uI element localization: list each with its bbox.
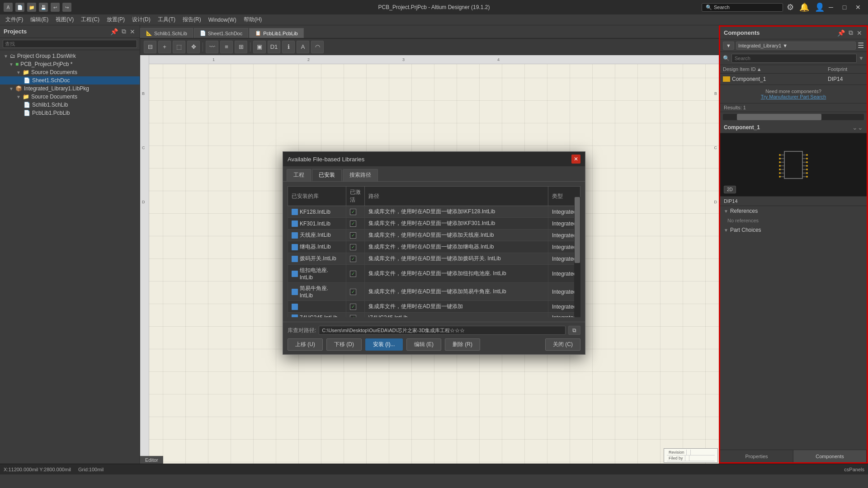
comp-h-scrollbar[interactable] [723, 114, 864, 120]
wire-tool[interactable]: 〰 [206, 41, 218, 53]
menu-file[interactable]: 文件(F) [2, 15, 27, 24]
bus-tool[interactable]: ≡ [220, 41, 233, 53]
status-panels[interactable]: csPanels [844, 467, 864, 472]
install-button[interactable]: 安装 (I)... [365, 338, 403, 351]
info-tool[interactable]: ℹ [282, 41, 295, 53]
comp-detail-expand-icon[interactable]: ⌄⌄ [852, 124, 863, 131]
comp-close-button[interactable]: ✕ [856, 29, 863, 37]
menu-project[interactable]: 工程(C) [77, 15, 103, 24]
notification-icon[interactable]: 🔔 [799, 2, 809, 12]
table-row[interactable]: KF301.IntLib ✓ 集成库文件，使用时在AD里面一键添加\KF301.… [288, 218, 580, 230]
minimize-button[interactable]: ─ [825, 3, 837, 12]
comp-float-button[interactable]: ⧉ [848, 29, 854, 37]
path-input[interactable] [319, 326, 566, 335]
filter-tool[interactable]: ⊟ [144, 41, 156, 53]
checkbox-icon[interactable]: ✓ [350, 271, 356, 277]
checkbox-icon[interactable]: ✓ [350, 244, 356, 250]
menu-report[interactable]: 报告(R) [179, 15, 205, 24]
panel-float-button[interactable]: ⧉ [121, 28, 127, 35]
references-section-header[interactable]: ▼ References [720, 206, 867, 216]
tree-item-pcblib1[interactable]: 📄 PcbLib1.PcbLib [0, 109, 140, 117]
table-row[interactable]: 74HC245.IntLib ✓ \74HC245.IntLib Integra… [288, 313, 580, 318]
pin-tool[interactable]: D1 [268, 41, 280, 53]
close-dialog-button[interactable]: 关闭 (C) [545, 338, 580, 351]
menu-tools[interactable]: 工具(T) [154, 15, 179, 24]
user-icon[interactable]: 👤 [815, 2, 825, 12]
tab-sheet1[interactable]: 📄 Sheet1.SchDoc [194, 28, 248, 38]
remove-button[interactable]: 删除 (R) [445, 338, 480, 351]
menu-edit[interactable]: 编辑(E) [27, 15, 52, 24]
comp-filter-button[interactable]: ▼ [723, 42, 734, 50]
checkbox-icon[interactable]: ✓ [350, 232, 356, 239]
menu-place[interactable]: 放置(P) [103, 15, 128, 24]
menu-view[interactable]: 视图(V) [52, 15, 77, 24]
arc-tool[interactable]: ◠ [311, 41, 324, 53]
new-icon[interactable]: 📄 [15, 3, 24, 12]
tab-schlib1[interactable]: 📐 Schlib1.SchLib [140, 28, 193, 38]
move-tool[interactable]: ✥ [187, 41, 200, 53]
checkbox-icon[interactable]: ✓ [350, 304, 356, 310]
comp-list-row[interactable]: Component_1 DIP14 [720, 75, 867, 84]
part-choices-section-header[interactable]: ▼ Part Choices [720, 225, 867, 235]
table-vscrollbar-thumb[interactable] [575, 197, 580, 263]
comp-menu-button[interactable]: ☰ [858, 41, 864, 50]
dialog-tab-search-path[interactable]: 搜索路径 [343, 169, 378, 181]
mfr-part-search-link[interactable]: Try Manufacturer Part Search [761, 94, 826, 99]
table-row[interactable]: 拨码开关.IntLib ✓ 集成库文件，使用时在AD里面一键添加拨码开关. In… [288, 253, 580, 265]
table-row[interactable]: 继电器.IntLib ✓ 集成库文件，使用时在AD里面一键添加继电器.IntLi… [288, 241, 580, 253]
comp-pin-button[interactable]: 📌 [836, 29, 846, 37]
editor-tab[interactable]: Editor [140, 456, 163, 464]
tab-components[interactable]: Components [793, 450, 867, 462]
col-header-footprint[interactable]: Footprint [828, 66, 864, 72]
add-tool[interactable]: + [158, 41, 171, 53]
comp-h-scrollbar-thumb[interactable] [737, 114, 821, 120]
checkbox-icon[interactable]: ✓ [350, 256, 356, 262]
project-search-input[interactable] [3, 40, 137, 48]
edit-button[interactable]: 编辑 (E) [406, 338, 441, 351]
tree-item-schlib1[interactable]: 📄 Schlib1.SchLib [0, 101, 140, 109]
tree-item-intlib[interactable]: ▼ 📦 Integrated_Library1.LibPkg [0, 84, 140, 93]
tree-item-source-docs-2[interactable]: ▼ 📁 Source Documents [0, 93, 140, 101]
dialog-close-button[interactable]: ✕ [571, 155, 580, 164]
table-row[interactable]: 天线座.IntLib ✓ 集成库文件，使用时在AD里面一键添加天线座.IntLi… [288, 230, 580, 241]
text-tool[interactable]: A [297, 41, 309, 53]
tree-item-source-docs-1[interactable]: ▼ 📁 Source Documents [0, 68, 140, 76]
dialog-tab-installed[interactable]: 已安装 [312, 169, 342, 181]
open-icon[interactable]: 📁 [27, 3, 36, 12]
redo-icon[interactable]: ↪ [62, 3, 71, 12]
comp-2d-button[interactable]: 2D [724, 186, 736, 193]
table-vscrollbar[interactable] [574, 197, 580, 317]
save-icon[interactable]: 💾 [39, 3, 48, 12]
table-row[interactable]: ✓ 集成库文件，使用时在AD里面一键添加 Integrated [288, 301, 580, 313]
rect-select-tool[interactable]: ⬚ [173, 41, 185, 53]
lib-table-scroll-area[interactable]: 已安装的库 已激活 路径 类型 KF128.IntLib ✓ 集成库文件，使用时… [288, 186, 580, 317]
menu-design[interactable]: 设计(D) [128, 15, 154, 24]
move-up-button[interactable]: 上移 (U) [288, 338, 323, 351]
close-button[interactable]: ✕ [852, 3, 864, 12]
net-tool[interactable]: ⊞ [235, 41, 247, 53]
menu-window[interactable]: Window(W) [205, 16, 240, 24]
table-row[interactable]: 纽扣电池座. IntLib ✓ 集成库文件，使用时在AD里面一键添加纽扣电池座.… [288, 265, 580, 283]
checkbox-icon[interactable]: ✓ [350, 289, 356, 295]
tree-item-sheet1[interactable]: 📄 Sheet1.SchDoc [0, 76, 140, 84]
table-row[interactable]: 简易牛角座. IntLib ✓ 集成库文件，使用时在AD里面一键添加简易牛角座.… [288, 283, 580, 301]
move-down-button[interactable]: 下移 (D) [326, 338, 362, 351]
checkbox-icon[interactable]: ✓ [350, 209, 356, 215]
tab-properties[interactable]: Properties [720, 450, 793, 462]
undo-icon[interactable]: ↩ [51, 3, 60, 12]
settings-icon[interactable]: ⚙ [787, 2, 794, 12]
tab-pcblib1[interactable]: 📋 PcbLib1.PcbLib [249, 28, 303, 38]
comp-library-selector[interactable]: Integrated_Library1 ▼ [736, 42, 856, 50]
menu-help[interactable]: 帮助(H) [240, 15, 266, 24]
dialog-tab-project[interactable]: 工程 [287, 169, 311, 181]
panel-pin-button[interactable]: 📌 [109, 28, 119, 35]
path-browse-button[interactable]: ⧉ [568, 326, 580, 335]
place-tool[interactable]: ▣ [253, 41, 266, 53]
checkbox-icon[interactable]: ✓ [350, 221, 356, 227]
col-header-design-id[interactable]: Design Item ID ▲ [723, 66, 826, 72]
table-row[interactable]: KF128.IntLib ✓ 集成库文件，使用时在AD里面一键添加\KF128.… [288, 206, 580, 218]
tree-item-projectgroup[interactable]: ▼ 🗂 Project Group 1.DsnWrk [0, 52, 140, 60]
maximize-button[interactable]: □ [838, 3, 851, 12]
checkbox-icon[interactable]: ✓ [350, 315, 356, 318]
panel-close-button[interactable]: ✕ [129, 28, 136, 35]
